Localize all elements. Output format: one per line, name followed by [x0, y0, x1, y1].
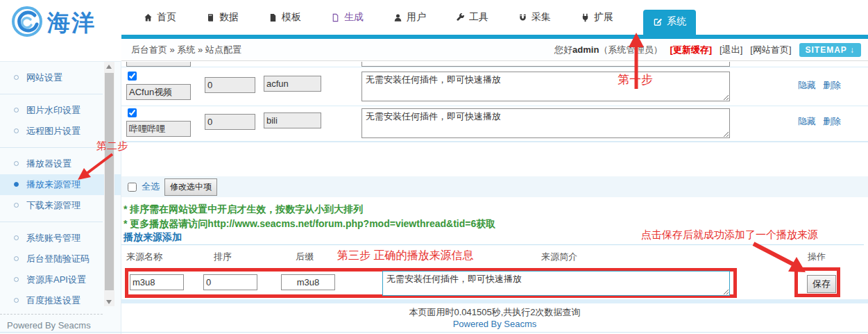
- source-suffix-input[interactable]: [264, 76, 321, 92]
- footer-powered-by: Powered By Seacms: [121, 319, 868, 329]
- col-header-desc: 来源简介: [541, 251, 577, 263]
- sidebar-item-player-settings[interactable]: 播放器设置: [0, 153, 121, 174]
- source-desc-textarea[interactable]: 无需安装任何插件，即可快速播放: [361, 72, 730, 101]
- scrollbar-thumb[interactable]: [105, 73, 114, 290]
- scroll-down-arrow-icon[interactable]: [104, 297, 114, 306]
- divider: [121, 141, 868, 142]
- divider: [121, 106, 868, 106]
- sidebar-item-baidu-push[interactable]: 百度推送设置: [0, 290, 121, 311]
- book-icon: [206, 13, 215, 22]
- sitemap-button[interactable]: SITEMAP ↓: [799, 43, 861, 57]
- annotation-step2: 第二步: [96, 140, 128, 153]
- arrow-line-step4: [754, 244, 794, 265]
- sidebar-item-play-source[interactable]: 播放来源管理: [0, 174, 121, 195]
- bullet-icon: [14, 182, 19, 187]
- add-source-title: 播放来源添加: [124, 231, 182, 244]
- nav-tab-tools[interactable]: 工具: [456, 11, 488, 24]
- wrench-icon: [456, 13, 465, 22]
- plug-icon: [581, 13, 590, 22]
- divider: [121, 299, 868, 303]
- logo: 海洋: [11, 6, 96, 40]
- bulk-actions-row: 全选 修改选中项: [121, 176, 868, 197]
- sidebar-item-site-settings[interactable]: 网站设置: [0, 67, 121, 88]
- logout-link[interactable]: [退出]: [720, 44, 742, 56]
- row-actions: 隐藏删除: [798, 115, 848, 128]
- user-role: （系统管理员）: [599, 44, 662, 55]
- bullet-icon: [14, 161, 19, 166]
- source-name-input[interactable]: [126, 121, 191, 137]
- sidebar-scrollbar: [104, 62, 114, 306]
- source-order-input[interactable]: [205, 77, 255, 93]
- col-header-suffix: 后缀: [296, 251, 314, 263]
- bullet-icon: [14, 256, 19, 261]
- more-players-notice: * 更多播放器请访问http://www.seacms.net/forum.ph…: [124, 218, 495, 231]
- col-header-name: 来源名称: [126, 251, 162, 263]
- select-all-label[interactable]: 全选: [142, 181, 160, 193]
- sidebar-item-resource-api[interactable]: 资源库API设置: [0, 269, 121, 290]
- hide-link[interactable]: 隐藏: [798, 116, 816, 126]
- main-nav: 首页 数据 模板 生成 用户 工具: [144, 0, 696, 35]
- nav-tab-generate[interactable]: 生成: [331, 11, 364, 24]
- modify-selected-button[interactable]: 修改选中项: [164, 178, 217, 196]
- nav-tab-user[interactable]: 用户: [393, 11, 426, 24]
- seacms-admin-page: 海洋 首页 数据 模板 生成 用户: [0, 0, 868, 334]
- delete-link[interactable]: 删除: [823, 80, 841, 90]
- bullet-icon: [14, 235, 19, 240]
- breadcrumb-bar: 后台首页 » 系统 » 站点配置 您好admin（系统管理员） [更新缓存] […: [121, 39, 868, 61]
- bullet-icon: [14, 298, 19, 303]
- divider: [121, 67, 868, 67]
- sidebar-item-system-account[interactable]: 系统账号管理: [0, 228, 121, 249]
- bullet-icon: [14, 75, 19, 80]
- file-outline-icon: [331, 13, 340, 22]
- nav-tab-collect[interactable]: 采集: [518, 11, 551, 24]
- arrow-head-step4: [788, 257, 806, 272]
- source-name-input[interactable]: [126, 84, 191, 100]
- user-icon: [393, 13, 402, 22]
- username: admin: [572, 44, 599, 55]
- add-suffix-input[interactable]: [281, 274, 335, 290]
- update-cache-link[interactable]: [更新缓存]: [670, 44, 712, 56]
- annotation-step1: 第一步: [618, 72, 653, 87]
- hide-link[interactable]: 隐藏: [798, 80, 816, 90]
- sidebar-item-captcha[interactable]: 后台登陆验证码: [0, 249, 121, 269]
- scroll-up-arrow-icon[interactable]: [104, 62, 114, 72]
- user-bar: 您好admin（系统管理员） [更新缓存] [退出] [网站首页] SITEMA…: [554, 43, 861, 57]
- delete-link[interactable]: 删除: [823, 116, 841, 126]
- nav-tab-data[interactable]: 数据: [206, 11, 239, 24]
- annotation-step3: 第三步 正确的播放来源信息: [337, 249, 473, 263]
- sidebar-item-remote-image[interactable]: 远程图片设置: [0, 121, 121, 142]
- add-name-input[interactable]: [130, 274, 184, 290]
- ocean-wave-icon: [11, 6, 43, 40]
- bullet-icon: [14, 108, 19, 112]
- nav-tab-template[interactable]: 模板: [269, 11, 301, 24]
- add-order-input[interactable]: [203, 274, 257, 290]
- sort-notice: * 排序需在网站设置中开启才生效，按数字从小到大排列: [124, 203, 363, 216]
- source-suffix-input[interactable]: [264, 112, 321, 128]
- divider: [0, 147, 103, 148]
- select-all-checkbox[interactable]: [128, 183, 137, 192]
- nav-tab-home[interactable]: 首页: [144, 11, 176, 24]
- add-desc-textarea[interactable]: 无需安装任何插件，即可快速播放: [382, 271, 730, 296]
- col-header-action: 操作: [808, 251, 826, 263]
- greeting: 您好admin（系统管理员）: [554, 44, 662, 56]
- brand-name: 海洋: [47, 8, 96, 39]
- bullet-icon: [14, 203, 19, 208]
- nav-tab-extend[interactable]: 扩展: [581, 11, 613, 24]
- save-button[interactable]: 保存: [807, 275, 836, 293]
- sidebar-item-download-source[interactable]: 下载来源管理: [0, 195, 121, 216]
- bullet-icon: [14, 128, 19, 133]
- site-home-link[interactable]: [网站首页]: [750, 44, 791, 56]
- sidebar-powered-by: Powered By Seacms: [0, 315, 121, 331]
- sidebar-item-watermark[interactable]: 图片水印设置: [0, 100, 121, 121]
- col-header-order: 排序: [214, 251, 232, 263]
- clipped-input-fragment: [126, 62, 191, 67]
- source-desc-textarea[interactable]: 无需安装任何插件，即可快速播放: [361, 108, 730, 138]
- source-order-input[interactable]: [205, 114, 255, 130]
- nav-tab-system[interactable]: 系统: [643, 10, 696, 36]
- divider: [0, 222, 103, 222]
- row-checkbox[interactable]: [128, 108, 137, 117]
- row-checkbox[interactable]: [128, 72, 137, 81]
- bullet-icon: [14, 277, 19, 282]
- divider: [121, 244, 864, 245]
- file-solid-icon: [269, 13, 278, 22]
